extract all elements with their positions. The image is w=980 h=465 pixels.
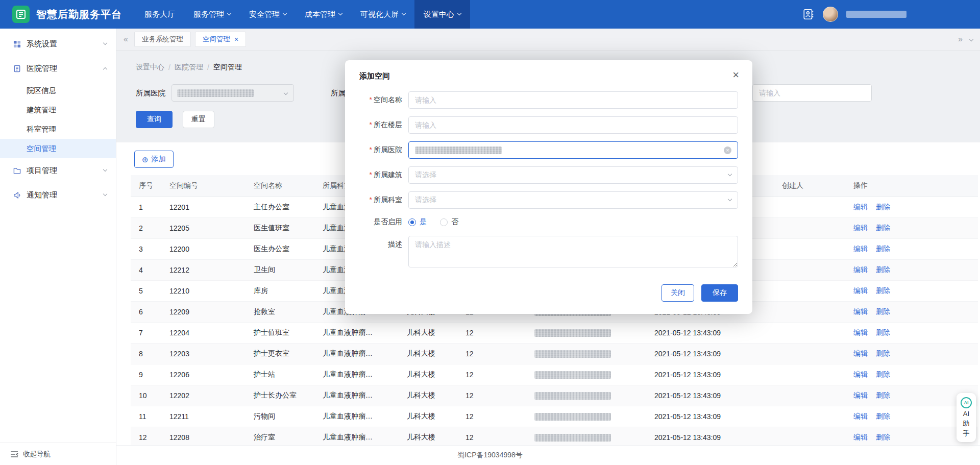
table-cell: 12201 [161,197,246,217]
add-button-label: 添加 [152,155,166,164]
table-cell: 12202 [161,385,246,406]
table-cell: 2021-05-12 13:43:09 [646,406,774,427]
edit-link[interactable]: 编辑 [853,286,868,295]
edit-link[interactable]: 编辑 [853,349,868,357]
delete-link[interactable]: 删除 [876,307,890,315]
edit-link[interactable]: 编辑 [853,328,868,336]
table-cell-actions: 编辑删除 [845,322,978,343]
building-select[interactable]: 请选择 [408,166,738,184]
reset-button[interactable]: 重置 [183,111,214,128]
table-cell: 12206 [161,364,246,385]
tab[interactable]: 空间管理× [195,32,246,47]
search-button[interactable]: 查询 [136,111,173,128]
nav-item[interactable]: 设置中心 [414,0,470,29]
add-button[interactable]: ⊕ 添加 [134,151,174,168]
scroll-tabs-left-icon[interactable]: « [124,35,128,44]
table-cell: 12204 [161,322,246,343]
clear-input-icon[interactable]: × [724,146,731,154]
breadcrumb-item[interactable]: 空间管理 [213,63,242,72]
edit-link[interactable]: 编辑 [853,391,868,399]
ai-assistant-widget[interactable]: AI AI 助 手 [957,393,976,442]
table-cell: 护士长办公室 [246,385,314,406]
floor-label: *所在楼层 [345,120,408,130]
table-cell: 10 [131,385,161,406]
scroll-tabs-right-icon[interactable]: » [958,35,963,44]
hospital-input[interactable]: × [408,141,738,159]
hospital-label: *所属医院 [345,145,408,155]
nav-item[interactable]: 服务大厅 [135,0,184,29]
edit-link[interactable]: 编辑 [853,370,868,378]
table-cell: 12 [457,343,526,364]
floor-input[interactable] [408,116,738,134]
chevron-down-icon [103,167,107,172]
sidebar: 系统设置医院管理院区信息建筑管理科室管理空间管理项目管理通知管理 收起导航 [0,29,116,465]
sidebar-group[interactable]: 项目管理 [0,158,116,183]
desc-textarea[interactable] [408,236,738,267]
sidebar-item[interactable]: 空间管理 [0,139,116,158]
nav-item[interactable]: 成本管理 [296,0,351,29]
breadcrumb-item[interactable]: 设置中心 [136,63,164,72]
delete-link[interactable]: 删除 [876,244,890,253]
breadcrumb-item[interactable]: 医院管理 [175,63,203,72]
table-cell: 儿科大楼 [399,427,457,445]
delete-link[interactable]: 删除 [876,224,890,232]
collapse-nav-button[interactable]: 收起导航 [0,443,116,465]
sidebar-item[interactable]: 建筑管理 [0,100,116,119]
tab-actions-chevron-icon[interactable] [969,37,973,41]
edit-link[interactable]: 编辑 [853,224,868,232]
sidebar-group[interactable]: 通知管理 [0,183,116,207]
nav-item[interactable]: 服务管理 [184,0,240,29]
modal-save-button[interactable]: 保存 [701,284,738,302]
table-cell: 6 [131,301,161,322]
edit-link[interactable]: 编辑 [853,244,868,253]
delete-link[interactable]: 删除 [876,370,890,378]
breadcrumb-separator: / [168,63,170,71]
delete-link[interactable]: 删除 [876,286,890,295]
delete-link[interactable]: 删除 [876,349,890,357]
sidebar-item[interactable]: 科室管理 [0,119,116,139]
table-cell: 儿童血液肿瘤… [314,385,399,406]
table-cell: 12211 [161,406,246,427]
icp-text: 蜀ICP备19034998号 [457,451,523,460]
nav-item[interactable]: 可视化大屏 [351,0,414,29]
doc-icon [13,65,21,72]
sidebar-item[interactable]: 院区信息 [0,81,116,100]
sidebar-group[interactable]: 医院管理 [0,56,116,81]
edit-link[interactable]: 编辑 [853,433,868,441]
delete-link[interactable]: 删除 [876,433,890,441]
filter-keyword-input[interactable] [752,84,872,102]
tab-bar: « 业务系统管理空间管理× » [116,29,980,51]
table-cell: 抢救室 [246,301,314,322]
close-tab-icon[interactable]: × [234,36,238,43]
table-cell: 12200 [161,238,246,259]
contacts-icon[interactable] [802,8,815,20]
sidebar-group[interactable]: 系统设置 [0,32,116,56]
table-cell: 12 [457,385,526,406]
close-icon[interactable]: × [732,69,739,81]
edit-link[interactable]: 编辑 [853,412,868,420]
filter-hospital-select[interactable] [172,84,294,102]
nav-item[interactable]: 安全管理 [240,0,296,29]
user-avatar[interactable] [823,7,838,22]
tab[interactable]: 业务系统管理 [134,32,191,47]
chevron-down-icon [728,197,732,201]
chevron-up-icon [103,67,107,71]
sidebar-group-label: 医院管理 [27,64,98,74]
edit-link[interactable]: 编辑 [853,307,868,315]
plus-circle-icon: ⊕ [142,156,149,163]
delete-link[interactable]: 删除 [876,391,890,399]
delete-link[interactable]: 删除 [876,203,890,211]
space-name-input[interactable] [408,91,738,109]
modal-close-button[interactable]: 关闭 [662,284,694,302]
edit-link[interactable]: 编辑 [853,203,868,211]
dept-select[interactable]: 请选择 [408,191,738,209]
edit-link[interactable]: 编辑 [853,265,868,274]
radio-yes[interactable]: 是 [408,217,427,227]
table-cell [526,427,646,445]
delete-link[interactable]: 删除 [876,328,890,336]
delete-link[interactable]: 删除 [876,412,890,420]
ai-widget-text: 助 [963,420,970,428]
delete-link[interactable]: 删除 [876,265,890,274]
radio-no[interactable]: 否 [440,217,458,227]
grid-icon [13,40,21,48]
